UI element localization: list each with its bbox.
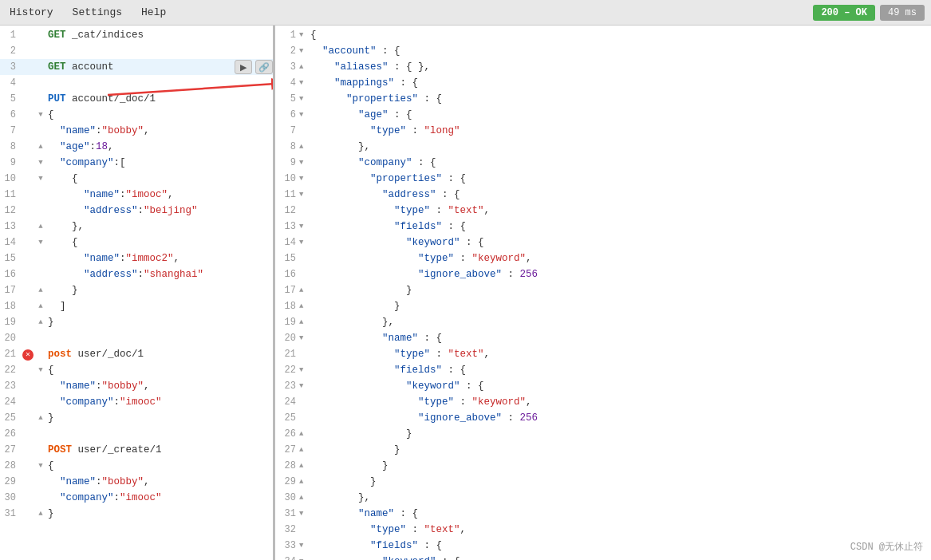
menu-help[interactable]: Help [138,5,169,20]
editor-line-5[interactable]: 5 PUT account/_doc/1 [0,91,273,107]
line-content-21: post user/_doc/1 [46,346,273,362]
editor-line-30[interactable]: 30 "company":"imooc" [0,490,273,506]
editor-line-7[interactable]: 7 "name":"bobby", [0,123,273,139]
out-num-4: 4 [275,75,299,91]
fold-17: ▲ [35,282,46,298]
editor-line-18[interactable]: 18 ▲ ] [0,298,273,314]
out-num-13: 13 [275,219,299,235]
line-content-22: { [46,362,273,378]
line-content-10: { [46,171,273,187]
editor-line-20[interactable]: 20 [0,330,273,346]
out-fold-4: ▼ [299,75,309,91]
editor-line-14[interactable]: 14 ▼ { [0,235,273,250]
out-content-4: "mappings" : { [309,75,931,91]
menu-settings[interactable]: Settings [69,5,125,20]
out-content-13: "fields" : { [309,219,931,235]
editor-line-19[interactable]: 19 ▲ } [0,314,273,330]
editor-line-16[interactable]: 16 "address":"shanghai" [0,266,273,282]
line-num-27: 27 [0,442,22,458]
line-num-9: 9 [0,155,22,171]
editor-line-12[interactable]: 12 "address":"beijing" [0,203,273,219]
output-line-11: 11 ▼ "address" : { [275,187,931,203]
output-line-23: 23 ▼ "keyword" : { [275,378,931,394]
editor-line-10[interactable]: 10 ▼ { [0,171,273,187]
fold-19: ▲ [35,314,46,330]
editor-line-22[interactable]: 22 ▼ { [0,362,273,378]
editor-line-6[interactable]: 6 ▼ { [0,107,273,123]
out-content-32: "type" : "text", [309,522,931,538]
out-fold-10: ▼ [299,171,309,187]
editor-line-11[interactable]: 11 "name":"imooc", [0,187,273,203]
output-line-27: 27 ▲ } [275,442,931,458]
line-num-1: 1 [0,27,22,43]
editor-line-31[interactable]: 31 ▲ } [0,506,273,522]
output-line-25: 25 "ignore_above" : 256 [275,410,931,426]
out-num-3: 3 [275,59,299,75]
output-line-16: 16 "ignore_above" : 256 [275,266,931,282]
line-num-12: 12 [0,203,22,219]
line-content-27: POST user/_create/1 [46,442,273,458]
editor-line-27[interactable]: 27 POST user/_create/1 [0,442,273,458]
out-fold-26: ▲ [299,426,309,442]
out-num-22: 22 [275,362,299,378]
output-line-20: 20 ▼ "name" : { [275,330,931,346]
editor-line-23[interactable]: 23 "name":"bobby", [0,378,273,394]
out-content-8: }, [309,139,931,155]
editor-line-3[interactable]: 3 GET account ▶ 🔗 [0,59,273,75]
out-fold-9: ▼ [299,155,309,171]
out-fold-31: ▼ [299,506,309,522]
editor-line-24[interactable]: 24 "company":"imooc" [0,394,273,410]
line-num-28: 28 [0,458,22,474]
copy-button[interactable]: 🔗 [255,60,273,74]
editor-line-4[interactable]: 4 [0,75,273,91]
editor-line-13[interactable]: 13 ▲ }, [0,219,273,235]
out-content-7: "type" : "long" [309,123,931,139]
fold-25: ▲ [35,410,46,426]
output-line-7: 7 "type" : "long" [275,123,931,139]
line-num-6: 6 [0,107,22,123]
out-num-30: 30 [275,490,299,506]
line-num-31: 31 [0,506,22,522]
editor-line-8[interactable]: 8 ▲ "age":18, [0,139,273,155]
editor-line-21[interactable]: 21 ✕ post user/_doc/1 [0,346,273,362]
out-fold-19: ▲ [299,314,309,330]
output-line-2: 2 ▼ "account" : { [275,43,931,59]
editor-line-15[interactable]: 15 "name":"immoc2", [0,250,273,266]
line-num-10: 10 [0,171,22,187]
out-fold-23: ▼ [299,378,309,394]
editor-line-2[interactable]: 2 [0,43,273,59]
out-content-34: "keyword" : { [309,554,931,560]
menubar: History Settings Help 200 – OK 49 ms [0,0,931,26]
out-fold-18: ▲ [299,298,309,314]
editor-panel[interactable]: 1 GET _cat/indices 2 3 GET account ▶ [0,26,275,560]
editor-line-17[interactable]: 17 ▲ } [0,282,273,298]
out-fold-22: ▼ [299,362,309,378]
run-button[interactable]: ▶ [235,60,252,74]
out-fold-28: ▲ [299,458,309,474]
editor-line-9[interactable]: 9 ▼ "company":[ [0,155,273,171]
out-num-29: 29 [275,474,299,490]
editor-line-1[interactable]: 1 GET _cat/indices [0,27,273,43]
out-fold-11: ▼ [299,187,309,203]
editor-line-29[interactable]: 29 "name":"bobby", [0,474,273,490]
out-num-20: 20 [275,330,299,346]
out-num-16: 16 [275,266,299,282]
line-content-18: ] [46,298,273,314]
out-num-10: 10 [275,171,299,187]
output-panel[interactable]: 1 ▼ { 2 ▼ "account" : { 3 ▲ "aliases" : … [275,26,931,560]
output-line-30: 30 ▲ }, [275,490,931,506]
editor-line-25[interactable]: 25 ▲ } [0,410,273,426]
out-num-2: 2 [275,43,299,59]
output-line-6: 6 ▼ "age" : { [275,107,931,123]
menu-history[interactable]: History [6,5,57,20]
line-num-26: 26 [0,426,22,442]
line-content-3[interactable]: GET account [46,59,230,75]
editor-line-28[interactable]: 28 ▼ { [0,458,273,474]
main-content: 1 GET _cat/indices 2 3 GET account ▶ [0,26,931,560]
out-num-27: 27 [275,442,299,458]
editor-line-26[interactable]: 26 [0,426,273,442]
out-content-9: "company" : { [309,155,931,171]
output-line-5: 5 ▼ "properties" : { [275,91,931,107]
line-content-30: "company":"imooc" [46,490,273,506]
output-line-24: 24 "type" : "keyword", [275,394,931,410]
